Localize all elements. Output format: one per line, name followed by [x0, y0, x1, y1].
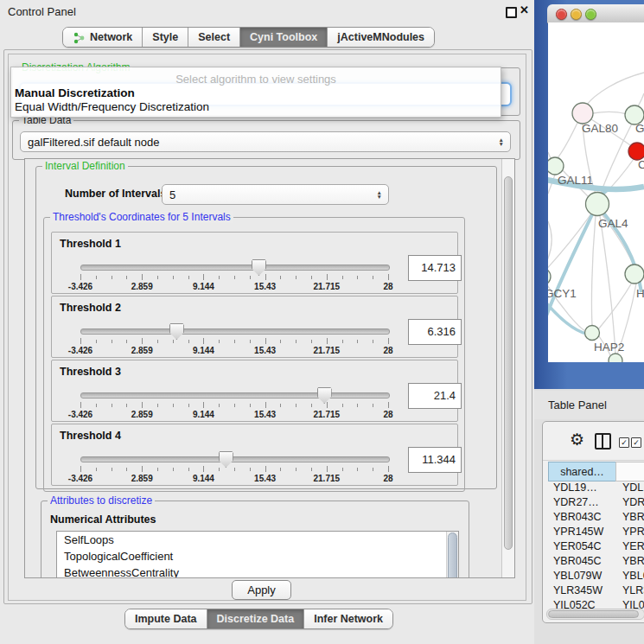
number-of-intervals-label: Number of Intervals: [65, 188, 166, 200]
node-label: GAL4: [598, 217, 628, 230]
threshold-1-slider[interactable]: -3.4262.8599.14415.4321.71528: [80, 260, 388, 293]
network-icon: [73, 31, 86, 44]
slider-track[interactable]: [80, 328, 390, 335]
attributes-group: Attributes to discretize Numerical Attri…: [41, 501, 469, 578]
zoom-traffic-light[interactable]: [585, 9, 596, 20]
tab-infer-network[interactable]: Infer Network: [304, 609, 392, 628]
node-gal11[interactable]: [548, 157, 564, 175]
scrollbar-thumb[interactable]: [504, 176, 513, 550]
threshold-3-value-field[interactable]: 21.4: [408, 383, 462, 409]
table-rows: YDL19… YDL1 YDR27… YDR2 YBR043C YBR0 YPR…: [548, 481, 644, 611]
table-data-combobox[interactable]: galFiltered.sif default node ▲▼: [20, 131, 511, 152]
numerical-attributes-list[interactable]: SelfLoopsTopologicalCoefficientBetweenne…: [56, 531, 459, 578]
split-columns-icon[interactable]: [595, 433, 611, 450]
tab-discretize-data[interactable]: Discretize Data: [207, 609, 305, 628]
slider-ticks: [80, 338, 388, 345]
threshold-3-panel: Threshold 3 -3.4262.8599.14415.4321.7152…: [51, 360, 458, 422]
scrollbar-thumb[interactable]: [448, 532, 457, 578]
threshold-4-value-field[interactable]: 11.344: [408, 447, 462, 473]
list-item[interactable]: BetweennessCentrality: [57, 564, 458, 578]
checkbox-icon[interactable]: ✓: [619, 437, 629, 448]
tab-select[interactable]: Select: [188, 28, 240, 47]
control-panel-titlebar: Control Panel ✕: [0, 0, 535, 23]
menu-item-manual-discretization[interactable]: Manual Discretization: [11, 86, 501, 99]
list-scrollbar[interactable]: [446, 532, 458, 578]
table-toolbar: ⚙ ✓ ✓: [543, 422, 644, 461]
threshold-2-value-field[interactable]: 6.316: [408, 319, 462, 345]
table-row[interactable]: YDR27… YDR2: [548, 496, 644, 511]
node-label: HAP2: [594, 341, 624, 354]
node-gal4[interactable]: [586, 193, 609, 216]
apply-button[interactable]: Apply: [232, 580, 291, 600]
close-traffic-light[interactable]: [556, 9, 567, 20]
node-bottom[interactable]: [609, 354, 622, 362]
node-label: GAL80: [582, 122, 618, 135]
scrollbar-thumb[interactable]: [548, 610, 639, 618]
slider-ticks: [80, 274, 388, 281]
checkbox-icon[interactable]: ✓: [631, 437, 641, 448]
gear-icon[interactable]: ⚙: [570, 430, 584, 450]
network-nodes: [548, 103, 644, 362]
table-row[interactable]: YDL19… YDL1: [548, 481, 644, 496]
network-window-titlebar[interactable]: [547, 4, 644, 23]
slider-ticks: [80, 402, 388, 409]
node-h[interactable]: [625, 265, 644, 284]
tab-network-label: Network: [90, 31, 132, 43]
tab-network[interactable]: Network: [63, 28, 143, 47]
table-row[interactable]: YLR345W YLR3: [548, 584, 644, 599]
list-item[interactable]: TopologicalCoefficient: [57, 548, 458, 564]
list-item[interactable]: SelfLoops: [57, 532, 458, 548]
threshold-2-slider[interactable]: -3.4262.8599.14415.4321.71528: [80, 324, 388, 357]
settings-vertical-scrollbar[interactable]: [501, 159, 514, 577]
node-gcy1[interactable]: [548, 268, 551, 285]
network-canvas[interactable]: GAL80 G C GAL11 GAL4 GCY1 H HAP2: [548, 22, 644, 362]
minimize-traffic-light[interactable]: [571, 9, 582, 20]
slider-track[interactable]: [80, 456, 390, 462]
slider-track[interactable]: [80, 392, 390, 399]
network-window: GAL80 G C GAL11 GAL4 GCY1 H HAP2: [534, 0, 644, 389]
table-row[interactable]: YPR145W YPR1: [548, 526, 644, 540]
node-label: H: [636, 287, 644, 300]
float-window-icon[interactable]: [506, 7, 517, 18]
threshold-3-slider[interactable]: -3.4262.8599.14415.4321.71528: [80, 388, 388, 421]
thresholds-title: Threshold's Coordinates for 5 Intervals: [50, 211, 233, 223]
table-horizontal-scrollbar[interactable]: [546, 609, 644, 620]
slider-tick-labels: -3.4262.8599.14415.4321.71528: [80, 282, 388, 292]
thresholds-group: Threshold's Coordinates for 5 Intervals …: [43, 217, 465, 492]
tab-style[interactable]: Style: [143, 28, 188, 47]
node-hap2[interactable]: [585, 326, 600, 341]
table-panel: ⚙ ✓ ✓ shared… n YDL19… YDL1 YDR27… YDR2 …: [542, 421, 644, 623]
threshold-4-slider[interactable]: -3.4262.8599.14415.4321.71528: [80, 452, 388, 485]
column-header-name[interactable]: n: [615, 462, 644, 481]
stepper-icon: ▲▼: [377, 185, 382, 204]
table-row[interactable]: YBL079W YBL0: [548, 570, 644, 584]
tab-impute-data[interactable]: Impute Data: [125, 609, 207, 628]
threshold-3-label: Threshold 3: [60, 366, 121, 378]
slider-tick-labels: -3.4262.8599.14415.4321.71528: [80, 474, 388, 484]
algorithm-dropdown-popup: Select algorithm to view settings Manual…: [10, 67, 501, 118]
toolbox-tab-bar: Network Style Select Cyni Toolbox jActiv…: [62, 27, 435, 48]
threshold-1-value-field[interactable]: 14.713: [408, 255, 462, 281]
threshold-1-label: Threshold 1: [60, 238, 121, 250]
table-row[interactable]: YBR043C YBR0: [548, 511, 644, 526]
node-label: C: [638, 158, 644, 171]
table-row[interactable]: YER054C YER0: [548, 540, 644, 555]
table-row[interactable]: YBR045C YBR0: [548, 555, 644, 570]
menu-item-equal-width-frequency[interactable]: Equal Width/Frequency Discretization: [11, 99, 501, 113]
table-data-group: Table Data galFiltered.sif default node …: [12, 120, 520, 160]
slider-tick-labels: -3.4262.8599.14415.4321.71528: [80, 410, 388, 420]
number-of-intervals-combobox[interactable]: 5 ▲▼: [162, 184, 389, 205]
node-label: GCY1: [548, 287, 577, 300]
threshold-4-panel: Threshold 4 -3.4262.8599.14415.4321.7152…: [51, 424, 458, 486]
slider-track[interactable]: [80, 265, 390, 271]
node-gal80[interactable]: [572, 103, 593, 124]
numerical-attributes-label: Numerical Attributes: [50, 513, 156, 526]
tab-jactivemnodules[interactable]: jActiveMNodules: [328, 28, 434, 47]
interval-definition-group: Interval Definition Number of Intervals …: [35, 166, 497, 489]
node-red[interactable]: [628, 143, 644, 160]
threshold-2-label: Threshold 2: [60, 302, 121, 314]
tab-cyni-toolbox[interactable]: Cyni Toolbox: [240, 28, 328, 47]
algorithm-hint: Select algorithm to view settings: [11, 67, 501, 86]
column-header-shared-name[interactable]: shared…: [548, 462, 616, 481]
close-icon[interactable]: ✕: [520, 3, 529, 16]
